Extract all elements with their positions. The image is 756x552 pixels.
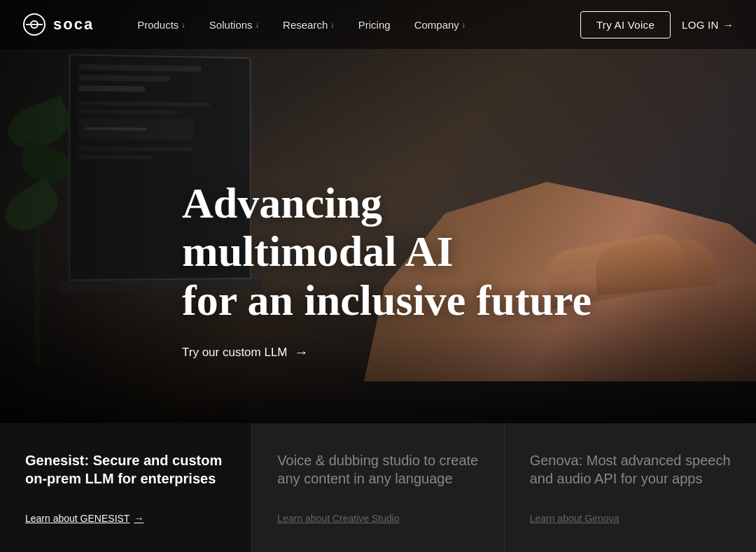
nav-link-pricing[interactable]: Pricing	[349, 13, 400, 36]
chevron-down-icon: ↓	[181, 20, 186, 29]
card-creative-studio-text: Voice & dubbing studio to create any con…	[277, 451, 478, 488]
card-genova: Genova: Most advanced speech and audio A…	[505, 423, 756, 552]
hero-content: Advancing multimodal AI for an inclusive…	[182, 179, 602, 360]
logo-link[interactable]: soca	[22, 13, 94, 36]
nav-link-products[interactable]: Products ↓	[127, 13, 195, 36]
logo-icon	[22, 13, 46, 36]
card-genova-text: Genova: Most advanced speech and audio A…	[530, 451, 731, 488]
hero-title: Advancing multimodal AI for an inclusive…	[182, 179, 602, 325]
navbar: soca Products ↓ Solutions ↓ Research ↓ P…	[0, 0, 756, 49]
cards-section: Genesist: Secure and custom on-prem LLM …	[0, 423, 756, 552]
card-creative-studio: Voice & dubbing studio to create any con…	[252, 423, 504, 552]
login-button[interactable]: LOG IN →	[682, 19, 734, 31]
hero-section: Advancing multimodal AI for an inclusive…	[0, 0, 756, 423]
arrow-right-icon: →	[134, 513, 144, 524]
nav-link-research[interactable]: Research ↓	[273, 13, 344, 36]
chevron-down-icon: ↓	[330, 20, 335, 29]
card-creative-studio-link[interactable]: Learn about Creative Studio	[277, 513, 478, 524]
logo-text: soca	[53, 15, 94, 34]
chevron-down-icon: ↓	[255, 20, 260, 29]
card-genesist-link[interactable]: Learn about GENESIST →	[25, 513, 226, 524]
card-genova-link[interactable]: Learn about Genova	[530, 513, 731, 524]
nav-link-solutions[interactable]: Solutions ↓	[200, 13, 269, 36]
card-genesist: Genesist: Secure and custom on-prem LLM …	[0, 423, 252, 552]
card-genesist-text: Genesist: Secure and custom on-prem LLM …	[25, 451, 226, 488]
hero-cta-link[interactable]: Try our custom LLM →	[182, 344, 602, 360]
try-ai-voice-button[interactable]: Try AI Voice	[580, 11, 671, 38]
arrow-right-icon: →	[295, 344, 309, 360]
nav-actions: Try AI Voice LOG IN →	[580, 11, 734, 38]
nav-link-company[interactable]: Company ↓	[405, 13, 476, 36]
chevron-down-icon: ↓	[462, 20, 466, 29]
nav-links: Products ↓ Solutions ↓ Research ↓ Pricin…	[127, 13, 580, 36]
